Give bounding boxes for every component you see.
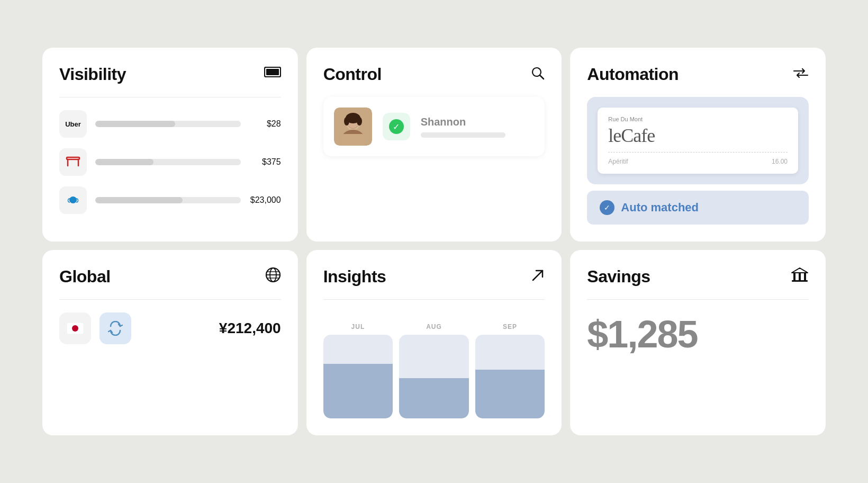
chart-label-aug: AUG [426, 323, 442, 330]
red-logo [59, 148, 87, 176]
user-name: Shannon [421, 116, 535, 128]
svg-rect-25 [793, 273, 795, 280]
bank-icon [791, 267, 809, 287]
red-bar-container [95, 159, 241, 165]
sf-logo [59, 186, 87, 214]
svg-rect-26 [799, 273, 801, 280]
chart-fill-jul [323, 364, 393, 418]
uber-amount: $28 [249, 119, 281, 129]
svg-rect-27 [804, 273, 806, 280]
receipt-divider [608, 152, 788, 153]
sf-amount: $23,000 [249, 195, 281, 205]
verified-badge: ✓ [383, 113, 410, 140]
savings-amount: $1,285 [587, 312, 809, 356]
auto-matched-row: ✓ Auto matched [587, 191, 809, 225]
automation-card: Automation Rue Du Mont leCafe Apéritif 1… [570, 48, 826, 241]
svg-rect-1 [266, 69, 279, 75]
insights-card: Insights JUL AUG [306, 250, 562, 435]
screen-icon [264, 67, 281, 83]
visibility-title: Visibility [59, 65, 126, 84]
sf-bar [95, 197, 183, 203]
swap-icon[interactable] [793, 67, 809, 82]
expense-row-sf: $23,000 [59, 186, 281, 214]
svg-rect-28 [792, 280, 808, 282]
global-card-header: Global [59, 267, 281, 287]
globe-icon[interactable] [265, 267, 281, 287]
auto-matched-check-icon: ✓ [600, 200, 614, 215]
svg-line-6 [540, 75, 544, 79]
uber-logo: Uber [59, 110, 87, 138]
chart-label-jul: JUL [351, 323, 365, 330]
global-title: Global [59, 267, 111, 287]
control-card: Control [306, 48, 562, 241]
svg-line-23 [533, 271, 542, 280]
global-card: Global [42, 250, 298, 435]
global-amount: ¥212,400 [219, 320, 281, 337]
japan-flag-icon [59, 312, 91, 344]
chart-label-sep: SEP [503, 323, 517, 330]
dashboard: Visibility Uber $28 [21, 26, 847, 457]
chart-col-jul: JUL [323, 323, 393, 418]
chart-fill-aug [399, 378, 469, 418]
sync-icon[interactable] [100, 312, 131, 344]
red-amount: $375 [249, 157, 281, 167]
chart-area: JUL AUG SEP [323, 312, 545, 418]
user-info: Shannon [421, 116, 535, 138]
checkmark-icon: ✓ [389, 119, 404, 134]
auto-matched-text: Auto matched [621, 201, 699, 214]
global-divider [59, 299, 281, 300]
savings-card-header: Savings [587, 267, 809, 287]
chart-fill-sep [475, 370, 545, 418]
sf-bar-container [95, 197, 241, 203]
chart-bar-jul [323, 335, 393, 418]
user-row: ✓ Shannon [323, 97, 545, 156]
insights-divider [323, 299, 545, 300]
svg-point-22 [72, 325, 78, 332]
automation-card-header: Automation [587, 65, 809, 84]
insights-card-header: Insights [323, 267, 545, 287]
chart-bar-aug [399, 335, 469, 418]
svg-rect-11 [341, 134, 365, 146]
search-icon[interactable] [531, 66, 545, 83]
savings-divider [587, 299, 809, 300]
chart-col-sep: SEP [475, 323, 545, 418]
expense-list: Uber $28 $375 [59, 110, 281, 214]
user-detail-bar [421, 132, 505, 138]
visibility-card: Visibility Uber $28 [42, 48, 298, 241]
red-bar [95, 159, 153, 165]
control-card-header: Control [323, 65, 545, 84]
chart-bar-sep [475, 335, 545, 418]
control-title: Control [323, 65, 382, 84]
receipt-name: leCafe [608, 124, 788, 147]
receipt-item-value: 16.00 [772, 158, 788, 165]
receipt-line: Apéritif 16.00 [608, 158, 788, 165]
savings-title: Savings [587, 267, 650, 287]
receipt-card: Rue Du Mont leCafe Apéritif 16.00 [598, 108, 798, 174]
chart-col-aug: AUG [399, 323, 469, 418]
expense-row-uber: Uber $28 [59, 110, 281, 138]
savings-card: Savings $1,285 [570, 250, 826, 435]
receipt-area: Rue Du Mont leCafe Apéritif 16.00 [587, 97, 809, 184]
svg-point-15 [357, 117, 362, 126]
visibility-divider [59, 97, 281, 97]
receipt-item-label: Apéritif [608, 158, 628, 165]
svg-marker-24 [792, 268, 808, 273]
currency-row: ¥212,400 [59, 312, 281, 344]
uber-bar [95, 121, 175, 127]
automation-title: Automation [587, 65, 679, 84]
svg-point-14 [344, 117, 349, 126]
receipt-location: Rue Du Mont [608, 116, 788, 122]
arrow-up-right-icon[interactable] [531, 269, 545, 285]
uber-bar-container [95, 121, 241, 127]
visibility-card-header: Visibility [59, 65, 281, 84]
expense-row-red: $375 [59, 148, 281, 176]
user-photo [334, 108, 372, 146]
insights-title: Insights [323, 267, 386, 287]
svg-rect-2 [67, 157, 79, 159]
